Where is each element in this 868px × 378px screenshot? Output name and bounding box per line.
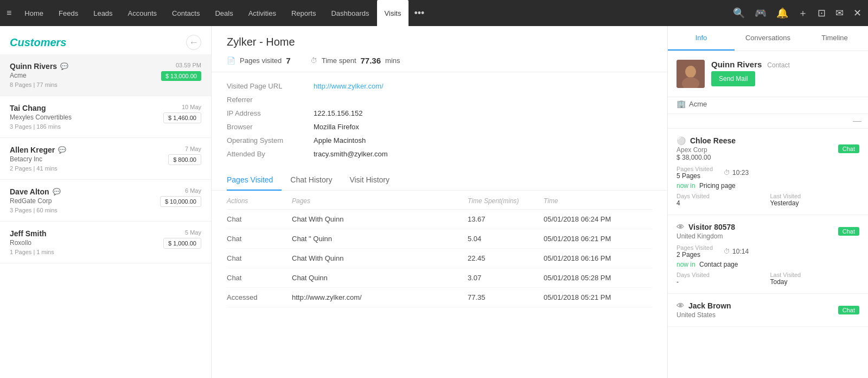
chat-badge[interactable]: Chat	[838, 227, 859, 236]
col-time-spent: Time Spent(mins)	[468, 197, 544, 205]
pages-label: Pages visited	[240, 56, 282, 65]
col-time: Time	[544, 197, 652, 205]
nav-leads[interactable]: Leads	[86, 0, 120, 26]
customer-item-tai[interactable]: Tai Chang Mexyles Convertibles 3 Pages |…	[0, 96, 211, 138]
nav-feeds[interactable]: Feeds	[51, 0, 86, 26]
sidebar-title: Customers	[10, 36, 66, 49]
sidebar: Customers ← Quinn Rivers 💬 Acme 8 Pages …	[0, 26, 212, 378]
visited-url-value[interactable]: http://www.zylker.com/	[314, 82, 652, 90]
tab-chat-history[interactable]: Chat History	[282, 170, 341, 191]
minimize-bar: —	[668, 114, 868, 129]
time-spent-cell: 3.07	[468, 274, 544, 282]
time-cell: 05/01/2018 06:24 PM	[544, 215, 652, 223]
visitor-company: United States	[676, 311, 731, 319]
nav-dashboards[interactable]: Dashboards	[323, 0, 376, 26]
os-value: Apple Macintosh	[314, 136, 652, 144]
right-tab-conversations[interactable]: Conversations	[735, 26, 801, 51]
screen-icon[interactable]: ⊡	[818, 7, 826, 19]
time-cell: 05/01/2018 06:16 PM	[544, 254, 652, 262]
chat-icon: 💬	[53, 188, 61, 196]
last-visited-label: Last Visited	[770, 193, 860, 199]
send-mail-button[interactable]: Send Mail	[711, 71, 755, 86]
customer-company: Betacry Inc	[10, 155, 66, 163]
table-row: Chat Chat With Quinn 22.45 05/01/2018 06…	[227, 249, 652, 268]
days-visited-label: Days Visited	[676, 272, 766, 278]
last-visited-label: Last Visited	[770, 272, 860, 278]
pages-visited-value: 5 Pages	[676, 172, 713, 180]
tab-pages-visited[interactable]: Pages Visited	[227, 170, 282, 191]
page-cell: http://www.zylker.com/	[292, 293, 468, 301]
deal-badge: $ 10,000.00	[160, 196, 201, 207]
notifications-icon[interactable]: 🔔	[776, 7, 788, 19]
search-icon[interactable]: 🔍	[733, 7, 745, 19]
chat-badge[interactable]: Chat	[838, 306, 859, 314]
customer-item-allen[interactable]: Allen Kreger 💬 Betacry Inc 2 Pages | 41 …	[0, 138, 211, 180]
nav-visits[interactable]: Visits	[377, 0, 409, 26]
time-label: Time spent	[322, 56, 356, 65]
referrer-label: Referrer	[227, 96, 314, 104]
visitor-icon: ⚪	[676, 136, 686, 145]
avatar-image	[676, 60, 705, 88]
mail-icon[interactable]: ✉	[835, 7, 844, 19]
action-cell: Chat	[227, 215, 292, 223]
nav-home[interactable]: Home	[17, 0, 51, 26]
time-unit: mins	[385, 56, 400, 65]
close-icon[interactable]: ✕	[853, 7, 861, 19]
customer-name: Allen Kreger	[10, 146, 55, 154]
avatar	[676, 60, 705, 88]
chat-badge[interactable]: Chat	[838, 144, 859, 153]
ip-value: 122.15.156.152	[314, 109, 652, 117]
customer-name: Quinn Rivers	[10, 62, 57, 71]
customer-date: 7 May	[168, 146, 201, 152]
now-in-row: now in Contact page	[676, 261, 859, 268]
customer-item-quinn[interactable]: Quinn Rivers 💬 Acme 8 Pages | 77 mins 03…	[0, 54, 211, 96]
table-row: Accessed http://www.zylker.com/ 77.35 05…	[227, 288, 652, 307]
nav-accounts[interactable]: Accounts	[120, 0, 164, 26]
referrer-value	[314, 96, 652, 104]
action-cell: Chat	[227, 235, 292, 243]
tab-visit-history[interactable]: Visit History	[341, 170, 398, 191]
customer-date: 10 May	[163, 104, 201, 110]
days-visited-row: Days Visited - Last Visited Today	[676, 272, 859, 286]
table-row: Chat Chat With Quinn 13.67 05/01/2018 06…	[227, 210, 652, 229]
customer-item-dave[interactable]: Dave Alton 💬 RedGate Corp 3 Pages | 60 m…	[0, 180, 211, 222]
back-icon[interactable]: ←	[186, 35, 201, 50]
right-tab-info[interactable]: Info	[668, 26, 735, 51]
customer-meta: 2 Pages | 41 mins	[10, 165, 66, 172]
days-visited-value: -	[676, 278, 766, 286]
customer-date: 03.59 PM	[161, 62, 201, 68]
nav-reports[interactable]: Reports	[284, 0, 324, 26]
nav-activities[interactable]: Activities	[241, 0, 284, 26]
building-icon: 🏢	[676, 99, 686, 108]
more-nav-icon[interactable]: •••	[409, 8, 430, 19]
add-icon[interactable]: ＋	[798, 7, 808, 20]
center-panel: Zylker - Home 📄 Pages visited 7 ⏱ Time s…	[212, 26, 667, 378]
action-cell: Chat	[227, 254, 292, 262]
main-layout: Customers ← Quinn Rivers 💬 Acme 8 Pages …	[0, 26, 868, 378]
days-visited-label: Days Visited	[676, 193, 766, 199]
customer-item-jeff[interactable]: Jeff Smith Roxollo 1 Pages | 1 mins 5 Ma…	[0, 222, 211, 263]
pages-visited-label: Pages Visited	[676, 244, 713, 251]
visitor-name: Chloe Reese	[690, 136, 736, 145]
games-icon[interactable]: 🎮	[755, 7, 767, 19]
col-actions: Actions	[227, 197, 292, 205]
now-in-page: Pricing page	[699, 182, 736, 190]
page-cell: Chat " Quinn	[292, 235, 468, 243]
visitor-item-chloe: ⚪ Chloe Reese Apex Corp $ 38,000.00 Chat…	[668, 129, 868, 215]
visitor-stats-row: Pages Visited 5 Pages ⏱ 10:23	[676, 166, 859, 180]
nav-contacts[interactable]: Contacts	[164, 0, 207, 26]
visitor-company: Apex Corp	[676, 146, 736, 154]
visitor-name: Jack Brown	[688, 301, 731, 310]
hamburger-icon[interactable]: ≡	[7, 8, 11, 18]
last-visited-value: Yesterday	[770, 199, 860, 207]
attended-label: Attended By	[227, 150, 314, 158]
customer-name: Jeff Smith	[10, 229, 47, 238]
deal-badge: $ 800.00	[168, 154, 201, 165]
nav-deals[interactable]: Deals	[207, 0, 240, 26]
minimize-icon[interactable]: —	[851, 116, 864, 126]
visitor-company: United Kingdom	[676, 232, 735, 240]
right-tab-timeline[interactable]: Timeline	[801, 26, 868, 51]
customer-date: 5 May	[163, 229, 201, 236]
chat-icon: 💬	[60, 62, 68, 70]
page-title: Zylker - Home	[227, 36, 652, 48]
